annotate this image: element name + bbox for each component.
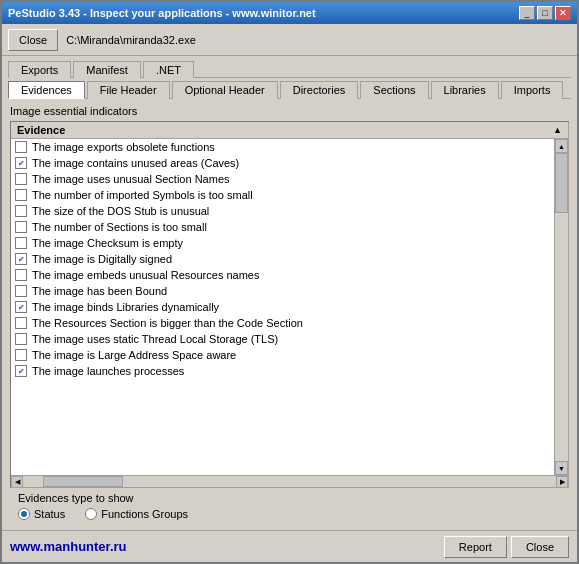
list-item[interactable]: The image Checksum is empty [11, 235, 554, 251]
tab-row-2: Evidences File Header Optional Header Di… [2, 78, 577, 98]
evidence-text: The number of imported Symbols is too sm… [32, 189, 253, 201]
vertical-scrollbar[interactable]: ▲ ▼ [554, 139, 568, 475]
tab-row-1: Exports Manifest .NET [2, 56, 577, 77]
evidence-text: The image has been Bound [32, 285, 167, 297]
evidence-text: The Resources Section is bigger than the… [32, 317, 303, 329]
evidence-text: The image uses static Thread Local Stora… [32, 333, 278, 345]
tab-libraries[interactable]: Libraries [431, 81, 499, 99]
evidence-checkbox-14[interactable] [15, 365, 27, 377]
evidence-checkbox-5[interactable] [15, 221, 27, 233]
evidence-checkbox-6[interactable] [15, 237, 27, 249]
section-label: Image essential indicators [10, 105, 569, 117]
h-scroll-track[interactable] [23, 476, 556, 487]
evidence-text: The image is Digitally signed [32, 253, 172, 265]
h-scroll-thumb[interactable] [43, 476, 123, 487]
title-bar-controls: _ □ ✕ [519, 6, 571, 20]
list-item[interactable]: The image uses unusual Section Names [11, 171, 554, 187]
tab-directories[interactable]: Directories [280, 81, 359, 99]
scroll-left-arrow[interactable]: ◀ [11, 476, 23, 488]
evidence-checkbox-10[interactable] [15, 301, 27, 313]
evidence-checkbox-12[interactable] [15, 333, 27, 345]
list-item[interactable]: The image exports obsolete functions [11, 139, 554, 155]
scroll-up-arrow[interactable]: ▲ [555, 139, 568, 153]
evidence-checkbox-2[interactable] [15, 173, 27, 185]
report-button[interactable]: Report [444, 536, 507, 558]
evidence-text: The image exports obsolete functions [32, 141, 215, 153]
tab-dotnet[interactable]: .NET [143, 61, 194, 78]
evidence-checkbox-7[interactable] [15, 253, 27, 265]
scroll-down-arrow[interactable]: ▼ [555, 461, 568, 475]
website-link[interactable]: www.manhunter.ru [10, 539, 127, 554]
window-title: PeStudio 3.43 - Inspect your application… [8, 7, 316, 19]
radio-status[interactable]: Status [18, 508, 65, 520]
title-bar: PeStudio 3.43 - Inspect your application… [2, 2, 577, 24]
evidence-text: The number of Sections is too small [32, 221, 207, 233]
list-item[interactable]: The image is Digitally signed [11, 251, 554, 267]
evidence-checkbox-13[interactable] [15, 349, 27, 361]
radio-status-circle[interactable] [18, 508, 30, 520]
tab-optional-header[interactable]: Optional Header [172, 81, 278, 99]
close-button[interactable]: Close [8, 29, 58, 51]
footer-buttons: Report Close [444, 536, 569, 558]
list-item[interactable]: The Resources Section is bigger than the… [11, 315, 554, 331]
evidence-text: The image Checksum is empty [32, 237, 183, 249]
radio-group: Status Functions Groups [18, 508, 561, 520]
evidence-checkbox-1[interactable] [15, 157, 27, 169]
list-header: Evidence ▲ [11, 122, 568, 139]
evidence-checkbox-3[interactable] [15, 189, 27, 201]
list-item[interactable]: The image contains unused areas (Caves) [11, 155, 554, 171]
evidence-text: The image uses unusual Section Names [32, 173, 230, 185]
evidence-text: The image contains unused areas (Caves) [32, 157, 239, 169]
list-item[interactable]: The image uses static Thread Local Stora… [11, 331, 554, 347]
tab-exports[interactable]: Exports [8, 61, 71, 78]
list-content-row: The image exports obsolete functionsThe … [11, 139, 568, 475]
list-item[interactable]: The number of imported Symbols is too sm… [11, 187, 554, 203]
evidence-text: The size of the DOS Stub is unusual [32, 205, 209, 217]
main-window: PeStudio 3.43 - Inspect your application… [0, 0, 579, 564]
evidences-type-section: Evidences type to show Status Functions … [10, 488, 569, 524]
content-area: Image essential indicators Evidence ▲ Th… [2, 99, 577, 530]
list-item[interactable]: The image embeds unusual Resources names [11, 267, 554, 283]
horizontal-scrollbar[interactable]: ◀ ▶ [11, 475, 568, 487]
list-header-label: Evidence [17, 124, 65, 136]
evidence-checkbox-8[interactable] [15, 269, 27, 281]
evidence-text: The image launches processes [32, 365, 184, 377]
evidence-checkbox-4[interactable] [15, 205, 27, 217]
footer: www.manhunter.ru Report Close [2, 530, 577, 562]
evidence-text: The image embeds unusual Resources names [32, 269, 259, 281]
radio-status-label: Status [34, 508, 65, 520]
close-footer-button[interactable]: Close [511, 536, 569, 558]
scroll-thumb[interactable] [555, 153, 568, 213]
radio-functions-groups-label: Functions Groups [101, 508, 188, 520]
evidence-checkbox-9[interactable] [15, 285, 27, 297]
title-close-button[interactable]: ✕ [555, 6, 571, 20]
list-item[interactable]: The size of the DOS Stub is unusual [11, 203, 554, 219]
tab-imports[interactable]: Imports [501, 81, 564, 99]
evidence-checkbox-11[interactable] [15, 317, 27, 329]
evidence-checkbox-0[interactable] [15, 141, 27, 153]
maximize-button[interactable]: □ [537, 6, 553, 20]
radio-functions-groups-circle[interactable] [85, 508, 97, 520]
tab-manifest[interactable]: Manifest [73, 61, 141, 78]
sort-icon: ▲ [553, 125, 562, 135]
tab-sections[interactable]: Sections [360, 81, 428, 99]
toolbar: Close C:\Miranda\miranda32.exe [2, 24, 577, 56]
evidence-list-scroll[interactable]: The image exports obsolete functionsThe … [11, 139, 554, 475]
radio-functions-groups[interactable]: Functions Groups [85, 508, 188, 520]
minimize-button[interactable]: _ [519, 6, 535, 20]
file-path: C:\Miranda\miranda32.exe [66, 34, 571, 46]
list-item[interactable]: The number of Sections is too small [11, 219, 554, 235]
scroll-right-arrow[interactable]: ▶ [556, 476, 568, 488]
evidence-text: The image binds Libraries dynamically [32, 301, 219, 313]
list-item[interactable]: The image has been Bound [11, 283, 554, 299]
evidence-list-container: Evidence ▲ The image exports obsolete fu… [10, 121, 569, 488]
list-item[interactable]: The image is Large Address Space aware [11, 347, 554, 363]
tab-evidences[interactable]: Evidences [8, 81, 85, 99]
scroll-track[interactable] [555, 153, 568, 461]
list-item[interactable]: The image binds Libraries dynamically [11, 299, 554, 315]
evidence-text: The image is Large Address Space aware [32, 349, 236, 361]
evidences-type-label: Evidences type to show [18, 492, 561, 504]
tab-file-header[interactable]: File Header [87, 81, 170, 99]
list-item[interactable]: The image launches processes [11, 363, 554, 379]
